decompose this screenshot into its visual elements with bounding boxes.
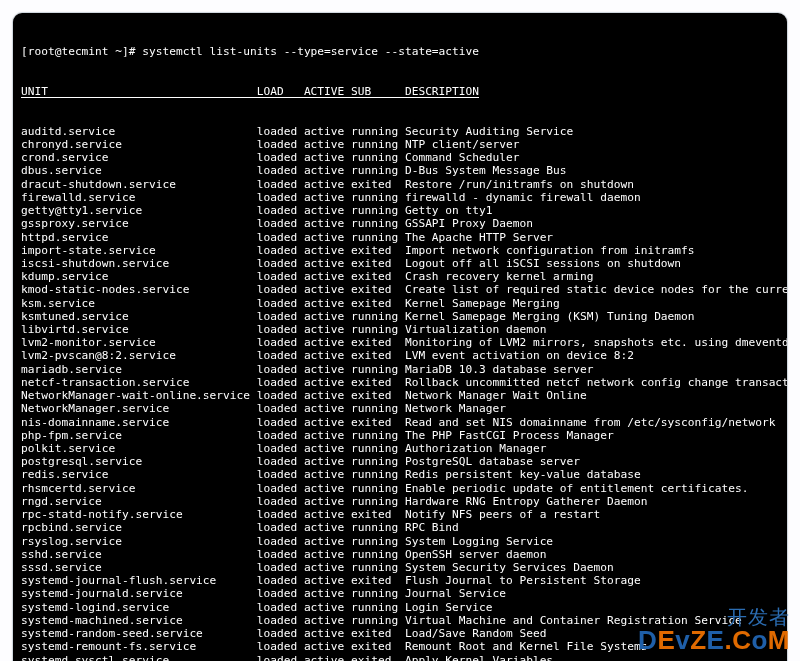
table-row: iscsi-shutdown.service loaded active exi… bbox=[21, 257, 779, 270]
table-row: kmod-static-nodes.service loaded active … bbox=[21, 283, 779, 296]
table-row: NetworkManager.service loaded active run… bbox=[21, 402, 779, 415]
table-row: rsyslog.service loaded active running Sy… bbox=[21, 535, 779, 548]
terminal-output[interactable]: [root@tecmint ~]# systemctl list-units -… bbox=[13, 13, 787, 661]
table-row: chronyd.service loaded active running NT… bbox=[21, 138, 779, 151]
table-row: httpd.service loaded active running The … bbox=[21, 231, 779, 244]
table-row: netcf-transaction.service loaded active … bbox=[21, 376, 779, 389]
table-row: php-fpm.service loaded active running Th… bbox=[21, 429, 779, 442]
table-row: libvirtd.service loaded active running V… bbox=[21, 323, 779, 336]
table-row: import-state.service loaded active exite… bbox=[21, 244, 779, 257]
table-row: postgresql.service loaded active running… bbox=[21, 455, 779, 468]
table-row: auditd.service loaded active running Sec… bbox=[21, 125, 779, 138]
table-row: systemd-sysctl.service loaded active exi… bbox=[21, 654, 779, 662]
table-row: sshd.service loaded active running OpenS… bbox=[21, 548, 779, 561]
table-row: polkit.service loaded active running Aut… bbox=[21, 442, 779, 455]
table-row: sssd.service loaded active running Syste… bbox=[21, 561, 779, 574]
table-row: rhsmcertd.service loaded active running … bbox=[21, 482, 779, 495]
table-row: systemd-logind.service loaded active run… bbox=[21, 601, 779, 614]
table-row: firewalld.service loaded active running … bbox=[21, 191, 779, 204]
table-row: systemd-remount-fs.service loaded active… bbox=[21, 640, 779, 653]
table-row: systemd-journald.service loaded active r… bbox=[21, 587, 779, 600]
table-row: systemd-journal-flush.service loaded act… bbox=[21, 574, 779, 587]
table-row: rpc-statd-notify.service loaded active e… bbox=[21, 508, 779, 521]
terminal-frame: [root@tecmint ~]# systemctl list-units -… bbox=[12, 12, 788, 661]
table-row: redis.service loaded active running Redi… bbox=[21, 468, 779, 481]
column-headers: UNIT LOAD ACTIVE SUB DESCRIPTION bbox=[21, 85, 779, 98]
table-row: rpcbind.service loaded active running RP… bbox=[21, 521, 779, 534]
table-row: ksmtuned.service loaded active running K… bbox=[21, 310, 779, 323]
table-row: crond.service loaded active running Comm… bbox=[21, 151, 779, 164]
table-row: gssproxy.service loaded active running G… bbox=[21, 217, 779, 230]
table-row: getty@tty1.service loaded active running… bbox=[21, 204, 779, 217]
table-row: lvm2-pvscan@8:2.service loaded active ex… bbox=[21, 349, 779, 362]
prompt-line: [root@tecmint ~]# systemctl list-units -… bbox=[21, 45, 779, 58]
table-row: mariadb.service loaded active running Ma… bbox=[21, 363, 779, 376]
table-row: systemd-machined.service loaded active r… bbox=[21, 614, 779, 627]
table-row: kdump.service loaded active exited Crash… bbox=[21, 270, 779, 283]
table-row: lvm2-monitor.service loaded active exite… bbox=[21, 336, 779, 349]
table-row: dracut-shutdown.service loaded active ex… bbox=[21, 178, 779, 191]
table-row: systemd-random-seed.service loaded activ… bbox=[21, 627, 779, 640]
table-row: dbus.service loaded active running D-Bus… bbox=[21, 164, 779, 177]
table-row: NetworkManager-wait-online.service loade… bbox=[21, 389, 779, 402]
table-row: nis-domainname.service loaded active exi… bbox=[21, 416, 779, 429]
table-row: ksm.service loaded active exited Kernel … bbox=[21, 297, 779, 310]
service-rows: auditd.service loaded active running Sec… bbox=[21, 125, 779, 661]
table-row: rngd.service loaded active running Hardw… bbox=[21, 495, 779, 508]
